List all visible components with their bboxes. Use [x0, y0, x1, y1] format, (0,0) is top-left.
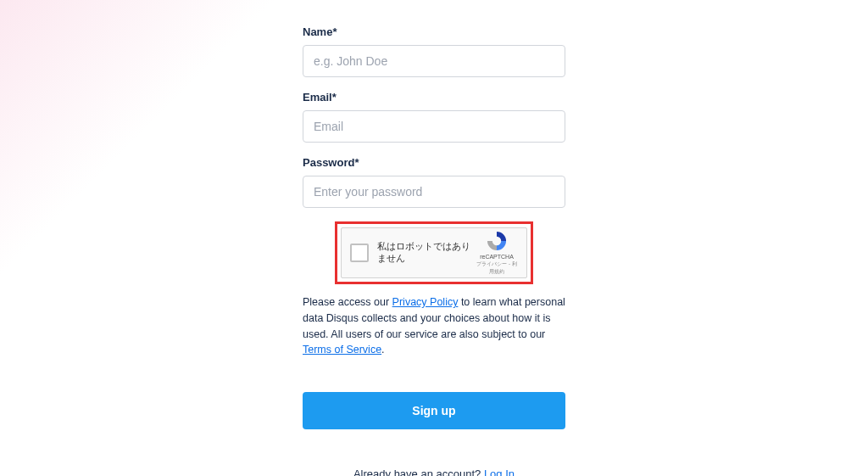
recaptcha-text: 私はロボットではありません [377, 241, 476, 264]
email-input[interactable] [303, 110, 565, 143]
recaptcha-logo-icon [486, 230, 508, 252]
name-input[interactable] [303, 45, 565, 77]
recaptcha-brand-text: reCAPTCHA [476, 254, 518, 260]
privacy-prefix: Please access our [303, 296, 392, 308]
recaptcha-brand-section: reCAPTCHA プライバシー - 利用規約 [476, 230, 518, 276]
signup-button[interactable]: Sign up [303, 392, 565, 429]
password-label: Password* [303, 156, 565, 169]
email-group: Email* [303, 91, 565, 143]
privacy-disclosure: Please access our Privacy Policy to lear… [303, 294, 565, 358]
privacy-policy-link[interactable]: Privacy Policy [392, 296, 459, 308]
login-prompt: Already have an account? Log In [303, 468, 565, 476]
privacy-suffix: . [381, 344, 384, 356]
recaptcha-wrapper: 私はロボットではありません reCAPTCHA プライバシー - 利用規約 [303, 221, 565, 284]
password-group: Password* [303, 156, 565, 208]
name-group: Name* [303, 25, 565, 77]
recaptcha-highlight-border: 私はロボットではありません reCAPTCHA プライバシー - 利用規約 [335, 221, 533, 284]
name-label: Name* [303, 25, 565, 38]
email-label: Email* [303, 91, 565, 104]
login-link[interactable]: Log In [484, 468, 515, 476]
signup-form-container: Name* Email* Password* 私はロボットではありません [256, 25, 612, 476]
recaptcha-widget[interactable]: 私はロボットではありません reCAPTCHA プライバシー - 利用規約 [341, 227, 527, 278]
terms-of-service-link[interactable]: Terms of Service [303, 344, 381, 356]
login-prompt-text: Already have an account? [353, 468, 484, 476]
password-input[interactable] [303, 176, 565, 208]
recaptcha-checkbox[interactable] [350, 244, 369, 262]
recaptcha-privacy-terms: プライバシー - 利用規約 [476, 260, 518, 276]
